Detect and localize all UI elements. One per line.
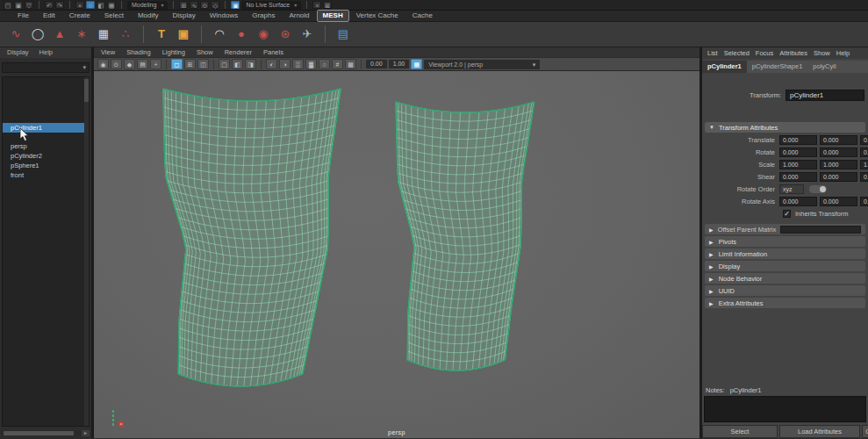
- translate-x-field[interactable]: 0.000: [779, 135, 817, 145]
- undo-icon[interactable]: ↶: [45, 1, 54, 9]
- ambient-occlusion-icon[interactable]: ▒: [292, 59, 304, 69]
- scrollbar-thumb[interactable]: [84, 79, 89, 102]
- rotate-order-toggle[interactable]: [809, 185, 827, 193]
- sphere-tool-icon[interactable]: ●: [233, 25, 250, 43]
- shear-y-field[interactable]: 0.000: [820, 172, 857, 182]
- menu-edit[interactable]: Edit: [36, 11, 62, 21]
- extra-attributes-section-header[interactable]: ▶ Extra Attributes: [705, 298, 865, 308]
- renderer-dropdown[interactable]: Viewport 2.0 | persp ▾: [424, 60, 540, 69]
- menu-vertex-cache[interactable]: Vertex Cache: [349, 11, 405, 21]
- cone-tool-icon[interactable]: ▲: [51, 25, 68, 43]
- gate-mask-icon[interactable]: ◨: [245, 59, 256, 69]
- exposure-value[interactable]: 0.00: [366, 60, 387, 68]
- menu-arnold[interactable]: Arnold: [282, 11, 316, 21]
- menu-mesh[interactable]: MESH: [317, 10, 349, 22]
- camera-lock-icon[interactable]: ⊙: [111, 59, 122, 69]
- notebook-tool-icon[interactable]: ▤: [334, 25, 352, 43]
- transform-attributes-header[interactable]: ▼ Transform Attributes: [705, 122, 865, 133]
- node-behavior-section-header[interactable]: ▶ Node Behavior: [705, 273, 865, 284]
- rotate-order-dropdown[interactable]: xyz: [779, 184, 804, 194]
- tab-pcylinder1[interactable]: pCylinder1: [702, 61, 747, 73]
- uuid-section-header[interactable]: ▶ UUID: [705, 285, 865, 296]
- viewport-menu-renderer[interactable]: Renderer: [225, 48, 252, 56]
- outliner-item[interactable]: front: [3, 170, 89, 180]
- outliner-menu-help[interactable]: Help: [39, 48, 53, 57]
- live-surface-dropdown[interactable]: No Live Surface ▾: [241, 1, 301, 10]
- ae-menu-attributes[interactable]: Attributes: [779, 49, 807, 57]
- menu-cache[interactable]: Cache: [405, 11, 440, 21]
- save-scene-icon[interactable]: ▽: [25, 1, 33, 9]
- load-attributes-button[interactable]: Load Attributes: [779, 425, 860, 438]
- viewport-menu-view[interactable]: View: [101, 48, 115, 56]
- viewport-canvas[interactable]: persp: [94, 71, 699, 438]
- textured-toggle-icon[interactable]: ▩: [345, 59, 356, 69]
- transform-name-input[interactable]: [786, 90, 864, 101]
- menuset-dropdown[interactable]: Modeling ▾: [127, 1, 168, 10]
- camera-bookmark-icon[interactable]: ◆: [124, 59, 135, 69]
- ae-menu-selected[interactable]: Selected: [724, 49, 750, 57]
- outliner-filter-bar[interactable]: ▾: [2, 62, 90, 73]
- pivots-section-header[interactable]: ▶ Pivots: [705, 236, 865, 247]
- highlight-select-icon[interactable]: ▦: [107, 1, 116, 9]
- viewport-menu-panels[interactable]: Panels: [263, 48, 283, 56]
- outliner-item[interactable]: persp: [3, 141, 89, 151]
- menu-select[interactable]: Select: [97, 11, 131, 21]
- outliner-item[interactable]: pCylinder2: [3, 151, 89, 161]
- curve-tool-icon[interactable]: ∿: [7, 25, 25, 43]
- rotate-axis-y-field[interactable]: 0.000: [820, 197, 857, 206]
- xray-toggle-icon[interactable]: ○: [319, 59, 330, 69]
- image-plane-icon[interactable]: ▤: [137, 59, 148, 69]
- menu-modify[interactable]: Modify: [131, 11, 166, 21]
- translate-z-field[interactable]: 0.000: [860, 135, 868, 145]
- gamma-value[interactable]: 1.00: [389, 60, 410, 68]
- display-section-header[interactable]: ▶ Display: [705, 261, 865, 271]
- circle-tool-icon[interactable]: ◯: [29, 25, 47, 43]
- lighting-toggle-icon[interactable]: ◐: [266, 59, 277, 69]
- saved-layout-icon[interactable]: ◫: [197, 59, 209, 69]
- rotate-x-field[interactable]: 0.000: [779, 148, 817, 157]
- offset-parent-matrix-header[interactable]: ▶ Offset Parent Matrix: [705, 224, 865, 234]
- blob-tool-icon[interactable]: ⊛: [276, 25, 294, 43]
- scale-z-field[interactable]: 1.000: [860, 160, 868, 169]
- text-tool-icon[interactable]: T: [153, 25, 170, 43]
- snap-curve-icon[interactable]: ∿: [190, 1, 198, 9]
- copy-tab-button[interactable]: Copy Tab: [862, 425, 868, 438]
- construction-icon[interactable]: ⊠: [323, 1, 332, 9]
- shadows-toggle-icon[interactable]: ◑: [279, 59, 291, 69]
- viewport-menu-lighting[interactable]: Lighting: [162, 48, 185, 56]
- limit-information-section-header[interactable]: ▶ Limit Information: [705, 248, 865, 259]
- menu-windows[interactable]: Windows: [203, 11, 245, 21]
- notes-input[interactable]: [704, 396, 866, 422]
- live-surface-icon[interactable]: ▣: [231, 1, 240, 9]
- outliner-item-selected[interactable]: pCylinder1: [3, 123, 89, 133]
- outliner-menu-display[interactable]: Display: [7, 48, 29, 57]
- offset-parent-matrix-field[interactable]: [780, 226, 861, 234]
- rotate-y-field[interactable]: 0.000: [820, 148, 857, 157]
- spray-tool-icon[interactable]: ∗: [73, 25, 90, 43]
- wireframe-shaded-icon[interactable]: #: [332, 59, 343, 69]
- tab-polycylinder[interactable]: polyCyli: [807, 61, 841, 73]
- resolution-gate-icon[interactable]: ◧: [232, 59, 243, 69]
- arc-tool-icon[interactable]: ◠: [211, 25, 228, 43]
- menu-create[interactable]: Create: [62, 11, 97, 21]
- type-box-tool-icon[interactable]: ▣: [175, 25, 192, 43]
- history-icon[interactable]: ≡: [312, 1, 321, 9]
- wireframe-cylinders[interactable]: [94, 71, 699, 438]
- particles-tool-icon[interactable]: ∴: [117, 25, 134, 43]
- redo-icon[interactable]: ↷: [55, 1, 64, 9]
- scrollbar-thumb[interactable]: [4, 431, 74, 435]
- shear-x-field[interactable]: 0.000: [779, 172, 817, 182]
- outliner-item[interactable]: pSphere1: [3, 161, 89, 170]
- select-cursor-icon[interactable]: ⌖: [75, 1, 84, 9]
- viewport-menu-show[interactable]: Show: [197, 48, 213, 56]
- outliner-horizontal-scrollbar[interactable]: ▸: [2, 430, 90, 436]
- rotate-axis-x-field[interactable]: 0.000: [779, 197, 817, 206]
- inherits-transform-checkbox[interactable]: ✓: [783, 210, 791, 218]
- scroll-arrow-icon[interactable]: ▸: [82, 430, 90, 436]
- grid-tool-icon[interactable]: ▦: [95, 25, 112, 43]
- ae-menu-focus[interactable]: Focus: [756, 49, 773, 57]
- film-gate-icon[interactable]: ▢: [219, 59, 230, 69]
- camera-select-icon[interactable]: ◉: [97, 59, 109, 69]
- scale-x-field[interactable]: 1.000: [779, 160, 817, 169]
- ae-menu-list[interactable]: List: [707, 49, 718, 57]
